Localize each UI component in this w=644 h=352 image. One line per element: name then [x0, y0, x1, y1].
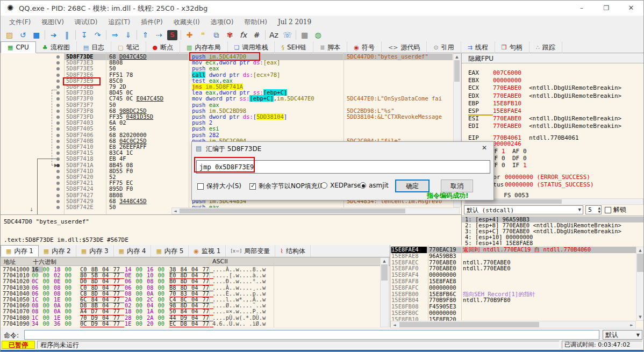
breakpoint-dot-icon[interactable] — [56, 74, 60, 77]
text-codepage-icon[interactable]: Az — [267, 30, 281, 41]
breakpoint-dot-icon[interactable] — [56, 121, 60, 125]
minimize-button[interactable]: – — [569, 1, 594, 16]
breakpoint-dot-icon[interactable] — [56, 61, 60, 64]
internet-globe-icon[interactable]: ◍ — [311, 30, 325, 41]
tab-内存 4[interactable]: ▦内存 4 — [114, 245, 152, 257]
argument-count-stepper[interactable]: 5 ▲▼ — [585, 205, 602, 214]
step-over-icon[interactable]: ↷ — [91, 30, 104, 41]
breakpoint-dot-icon[interactable] — [56, 200, 60, 203]
menu-item-9[interactable]: Jul 2 2019 — [273, 17, 317, 27]
tab-内存 5[interactable]: ▦内存 5 — [151, 245, 189, 257]
register-row[interactable]: EDX770EABE0<ntdll.DbgUiRemoteBreakin> — [468, 92, 621, 99]
dump-row[interactable]: 77041090340036000CD904771E002000ECD80477… — [1, 321, 390, 327]
breakpoint-dot-icon[interactable] — [56, 127, 60, 131]
ok-button[interactable]: 确定 — [395, 179, 430, 192]
menu-item-3[interactable]: 调试(D) — [69, 17, 103, 28]
bookmarks-icon[interactable]: ✾ — [223, 30, 237, 41]
tab-内存布局[interactable]: ▥内存布局 — [180, 41, 227, 53]
arguments-pane[interactable]: 1: [esp+4] 96A59BB32: [esp+8] 770EABE0 <… — [462, 215, 644, 245]
restart-icon[interactable]: ↺ — [16, 30, 30, 41]
breakpoint-dot-icon[interactable] — [56, 206, 60, 209]
menu-item-6[interactable]: 收藏夹(I) — [168, 17, 205, 28]
keep-size-checkbox[interactable]: 保持大小(S) — [197, 182, 241, 191]
maximize-button[interactable]: ❐ — [594, 1, 619, 16]
pause-icon[interactable]: ‖ — [60, 30, 74, 41]
register-row[interactable]: ECX770EABE0<ntdll.DbgUiRemoteBreakin> — [468, 84, 621, 91]
breakpoint-dot-icon[interactable] — [56, 110, 60, 113]
scroll-right-arrow-icon[interactable]: ► — [629, 323, 634, 327]
breakpoint-dot-icon[interactable] — [56, 85, 60, 89]
register-row[interactable]: EBX00000000 — [468, 77, 521, 84]
tab-结构体[interactable]: ⌇结构体 — [275, 245, 310, 257]
tab-符号[interactable]: ◉符号 — [347, 41, 382, 53]
register-row[interactable]: EAX007C6000 — [468, 69, 521, 76]
tab-断点[interactable]: ●断点 — [146, 41, 181, 53]
disasm-horizontal-scrollbar[interactable]: ◄ — [171, 207, 460, 214]
nop-fill-checkbox[interactable]: 剩余字节以NOP填充(F) — [249, 182, 326, 191]
cancel-button[interactable]: 取消 — [441, 179, 473, 192]
command-combo[interactable]: 默认 ▼ — [603, 330, 642, 340]
breakpoint-dot-icon[interactable] — [56, 194, 60, 197]
tab-内存 1[interactable]: ▦内存 1 — [1, 245, 39, 257]
breakpoint-dot-icon[interactable] — [56, 140, 60, 143]
stop-icon[interactable]: ■ — [30, 30, 43, 41]
scroll-up-arrow-icon[interactable]: ▲ — [636, 248, 644, 253]
scylla-icon[interactable]: S — [167, 30, 177, 40]
scroll-up-arrow-icon[interactable]: ▲ — [381, 259, 388, 263]
breakpoint-dot-icon[interactable] — [56, 146, 60, 149]
tab-日志[interactable]: ▤日志 — [77, 41, 111, 53]
dump-row[interactable]: 7704107008000A00A4D7047718001A0050840477… — [1, 308, 390, 314]
tab-源代码[interactable]: <>源代码 — [382, 41, 427, 53]
trace-into-user-icon[interactable]: ⇢ — [152, 30, 166, 41]
run-icon[interactable]: ➔ — [47, 30, 60, 41]
scroll-left-arrow-icon[interactable]: ◄ — [172, 209, 178, 213]
breakpoint-dot-icon[interactable] — [56, 67, 60, 70]
attach-device-icon[interactable]: ☏ — [281, 30, 294, 41]
tab-SEH链[interactable]: §SEH链 — [275, 41, 313, 53]
breakpoint-dot-icon[interactable] — [56, 176, 60, 179]
breakpoint-dot-icon[interactable] — [56, 188, 60, 191]
memory-dump-pane[interactable]: ▦内存 1▦内存 2▦内存 3▦内存 4▦内存 5◉监视 1[x=]局部变量⌇结… — [1, 245, 390, 327]
breakpoint-dot-icon[interactable] — [56, 97, 60, 100]
tab-脚本[interactable]: ≣脚本 — [313, 41, 347, 53]
scroll-thumb[interactable] — [381, 264, 388, 281]
xedparse-radio[interactable]: XEDParse — [321, 182, 361, 189]
hash-icon[interactable]: # — [250, 30, 263, 41]
scroll-thumb[interactable] — [454, 60, 460, 82]
tab-笔记[interactable]: ▢笔记 — [111, 41, 146, 53]
functions-icon[interactable]: fx — [237, 30, 250, 41]
checkbox-icon[interactable] — [605, 207, 611, 213]
stack-pane[interactable]: 15E8FAE4770EAC19返回到 ntdll.770EAC19 自 ntd… — [390, 245, 644, 327]
menu-item-4[interactable]: 追踪(T) — [103, 17, 135, 28]
tab-局部变量[interactable]: [x=]局部变量 — [226, 245, 275, 257]
breakpoint-dot-icon[interactable] — [56, 152, 60, 155]
step-into-icon[interactable]: ↧ — [77, 30, 91, 41]
scroll-thumb[interactable] — [399, 322, 539, 327]
tab-跟踪[interactable]: ∴跟踪 — [529, 41, 562, 53]
tab-内存 3[interactable]: ▦内存 3 — [76, 245, 114, 257]
scroll-left-arrow-icon[interactable]: ◄ — [392, 323, 397, 327]
tab-句柄[interactable]: ❒句柄 — [495, 41, 529, 53]
dialog-close-button[interactable]: ✕ — [477, 144, 492, 154]
unlock-checkbox[interactable]: 解锁 — [605, 205, 626, 214]
dump-row[interactable]: 770410200C000E00D08D047706000800B08D0477… — [1, 278, 390, 284]
scroll-thumb[interactable] — [180, 209, 405, 213]
close-button[interactable]: ✕ — [619, 1, 643, 16]
patches-icon[interactable]: ✚ — [183, 30, 196, 41]
spinner-arrows-icon[interactable]: ▲▼ — [598, 206, 600, 213]
scroll-up-arrow-icon[interactable]: ▲ — [454, 55, 460, 59]
radio-icon[interactable] — [321, 182, 327, 189]
register-row[interactable]: EBP15E8FB10 — [468, 100, 521, 107]
register-row[interactable]: EDI770EABE0<ntdll.DbgUiRemoteBreakin> — [468, 123, 621, 130]
register-row[interactable]: ESI770EABE0<ntdll.DbgUiRemoteBreakin> — [468, 115, 621, 122]
tab-CPU[interactable]: ▦CPU — [1, 41, 36, 53]
scroll-down-arrow-icon[interactable]: ▼ — [636, 315, 644, 319]
register-row[interactable]: ESP15E8FAE4 — [468, 107, 521, 116]
calculator-icon[interactable]: ▦ — [298, 30, 311, 41]
stack-horizontal-scrollbar[interactable]: ◄ ► — [390, 321, 636, 328]
breakpoint-dot-icon[interactable] — [56, 104, 60, 107]
menu-item-1[interactable]: 文件(F) — [4, 17, 36, 28]
breakpoint-dot-icon[interactable] — [56, 116, 60, 119]
open-file-icon[interactable]: ▨ — [3, 30, 16, 41]
hide-fpu-button[interactable]: 隐藏FPU — [462, 53, 644, 63]
